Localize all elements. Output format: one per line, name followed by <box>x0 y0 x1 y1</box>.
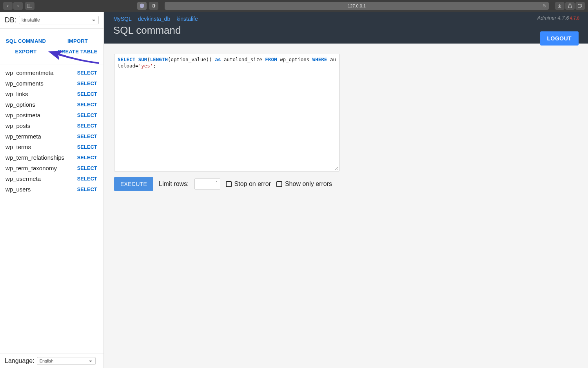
nav-back-button[interactable]: ‹ <box>3 2 13 10</box>
table-select-link[interactable]: SELECT <box>77 91 97 97</box>
limit-rows-label: Limit rows: <box>159 180 189 188</box>
checkbox-icon <box>276 181 282 187</box>
limit-rows-input[interactable] <box>194 179 220 189</box>
table-select-link[interactable]: SELECT <box>77 123 97 129</box>
table-name-link[interactable]: wp_options <box>5 101 35 108</box>
table-select-link[interactable]: SELECT <box>77 176 97 182</box>
tabs-icon[interactable] <box>575 2 585 10</box>
tables-list: wp_commentmetaSELECTwp_commentsSELECTwp_… <box>0 64 103 353</box>
language-select[interactable]: English <box>37 357 96 365</box>
stop-on-error-checkbox[interactable]: Stop on error <box>226 180 271 188</box>
table-row: wp_usermetaSELECT <box>0 173 103 184</box>
table-name-link[interactable]: wp_links <box>5 91 28 97</box>
table-name-link[interactable]: wp_usermeta <box>5 175 41 182</box>
execute-button[interactable]: EXECUTE <box>114 177 153 191</box>
sql-command-link[interactable]: SQL COMMAND <box>0 36 52 46</box>
table-row: wp_termsSELECT <box>0 142 103 152</box>
show-only-errors-checkbox[interactable]: Show only errors <box>276 180 332 188</box>
export-link[interactable]: EXPORT <box>0 46 52 57</box>
url-bar[interactable]: 127.0.0.1 ↻ <box>165 2 549 10</box>
db-select[interactable]: kinstalife <box>19 16 99 24</box>
table-row: wp_term_taxonomySELECT <box>0 163 103 173</box>
table-row: wp_postsSELECT <box>0 120 103 131</box>
sql-textarea[interactable]: SELECT SUM(LENGTH(option_value)) as auto… <box>114 54 339 171</box>
download-icon[interactable] <box>555 2 564 10</box>
table-name-link[interactable]: wp_commentmeta <box>5 69 54 76</box>
table-row: wp_postmetaSELECT <box>0 110 103 120</box>
table-row: wp_linksSELECT <box>0 89 103 99</box>
table-name-link[interactable]: wp_postmeta <box>5 112 40 118</box>
shield-icon[interactable] <box>137 2 147 10</box>
reload-icon[interactable]: ↻ <box>543 4 546 9</box>
sidebar-toggle-icon[interactable] <box>25 2 34 10</box>
create-table-link[interactable]: CREATE TABLE <box>52 46 103 57</box>
table-name-link[interactable]: wp_posts <box>5 122 30 129</box>
table-row: wp_termmetaSELECT <box>0 131 103 142</box>
breadcrumb-schema[interactable]: kinstalife <box>176 16 198 22</box>
sidebar: DB: kinstalife SQL COMMAND IMPORT EXPORT… <box>0 12 104 368</box>
table-row: wp_commentsSELECT <box>0 78 103 89</box>
table-select-link[interactable]: SELECT <box>77 165 97 171</box>
table-name-link[interactable]: wp_users <box>5 186 31 193</box>
table-select-link[interactable]: SELECT <box>77 155 97 160</box>
reader-icon[interactable] <box>149 2 158 10</box>
checkbox-icon <box>226 181 232 187</box>
table-row: wp_usersSELECT <box>0 184 103 195</box>
main: Adminer 4.7.64.7.8 MySQL devkinsta_db ki… <box>104 12 588 368</box>
table-select-link[interactable]: SELECT <box>77 144 97 150</box>
table-name-link[interactable]: wp_terms <box>5 144 31 150</box>
breadcrumb: MySQL devkinsta_db kinstalife <box>113 16 579 22</box>
db-label: DB: <box>5 16 16 24</box>
table-name-link[interactable]: wp_termmeta <box>5 133 41 140</box>
nav-forward-button[interactable]: › <box>13 2 23 10</box>
table-select-link[interactable]: SELECT <box>77 70 97 76</box>
table-select-link[interactable]: SELECT <box>77 112 97 118</box>
table-select-link[interactable]: SELECT <box>77 80 97 86</box>
main-header: Adminer 4.7.64.7.8 MySQL devkinsta_db ki… <box>104 12 588 44</box>
table-select-link[interactable]: SELECT <box>77 133 97 139</box>
table-name-link[interactable]: wp_comments <box>5 80 44 87</box>
share-icon[interactable] <box>565 2 575 10</box>
svg-rect-0 <box>27 4 32 8</box>
table-row: wp_term_relationshipsSELECT <box>0 152 103 163</box>
language-label: Language: <box>5 357 34 364</box>
table-select-link[interactable]: SELECT <box>77 102 97 107</box>
svg-rect-4 <box>578 5 581 7</box>
browser-toolbar: ‹ › 127.0.0.1 ↻ <box>0 0 588 12</box>
table-name-link[interactable]: wp_term_taxonomy <box>5 165 57 171</box>
table-row: wp_commentmetaSELECT <box>0 67 103 78</box>
breadcrumb-mysql[interactable]: MySQL <box>113 16 132 22</box>
page-title: SQL command <box>113 24 579 36</box>
logout-button[interactable]: LOGOUT <box>540 31 579 46</box>
url-text: 127.0.0.1 <box>348 4 366 8</box>
breadcrumb-db[interactable]: devkinsta_db <box>138 16 171 22</box>
table-name-link[interactable]: wp_term_relationships <box>5 154 64 161</box>
brand: Adminer 4.7.64.7.8 <box>537 15 579 21</box>
import-link[interactable]: IMPORT <box>52 36 103 46</box>
table-row: wp_optionsSELECT <box>0 99 103 110</box>
table-select-link[interactable]: SELECT <box>77 186 97 192</box>
